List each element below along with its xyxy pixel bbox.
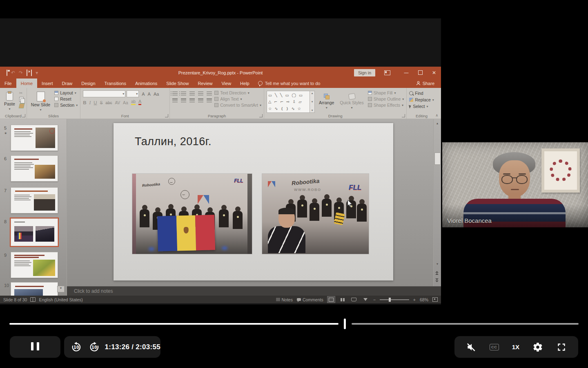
font-color-button[interactable]: A [138,99,141,105]
slideshow-view-button[interactable] [362,296,369,303]
zoom-slider[interactable] [380,299,409,300]
tab-view[interactable]: View [217,79,236,88]
new-slide-button[interactable]: New Slide ▾ [29,90,52,113]
highlight-color-button[interactable]: ab [131,99,136,105]
tab-insert[interactable]: Insert [37,79,58,88]
scroll-up-icon[interactable]: ▴ [434,121,441,125]
start-slideshow-icon[interactable] [27,70,27,75]
find-button[interactable]: Find [409,91,434,96]
decrease-indent-icon[interactable] [189,92,195,96]
tab-animations[interactable]: Animations [131,79,162,88]
arrange-button[interactable]: Arrange ▾ [317,90,336,113]
shrink-font-button[interactable]: A [148,92,151,96]
convert-smartart-button[interactable]: Convert to SmartArt▾ [214,103,261,108]
forward-10-icon[interactable]: 10 [89,341,100,353]
text-direction-button[interactable]: Text Direction▾ [214,90,261,95]
numbering-icon[interactable] [181,92,186,96]
scroll-down-icon[interactable]: ▾ [434,262,441,266]
settings-gear-icon[interactable] [532,342,543,352]
columns-icon[interactable] [207,99,212,103]
slide-sorter-view-button[interactable] [339,296,346,303]
replace-button[interactable]: Replace▾ [409,97,434,102]
normal-view-button[interactable] [327,296,335,303]
align-text-button[interactable]: Align Text▾ [214,96,261,101]
captions-icon[interactable]: CC [490,344,499,350]
zoom-slider-thumb[interactable] [389,298,391,302]
clear-formatting-button[interactable]: Aa [154,92,159,96]
touch-mode-icon[interactable] [31,70,32,75]
shape-effects-button[interactable]: Shape Effects▾ [368,103,404,108]
volume-muted-icon[interactable] [466,342,477,352]
thumbnail-slide-7[interactable]: 7 [0,187,67,214]
thumbnail-slide-6[interactable]: 6 [0,155,67,182]
zoom-level[interactable]: 68% [420,297,428,302]
tab-file[interactable]: File [0,79,16,88]
paste-button[interactable]: Paste ▾ [2,90,17,113]
ribbon-display-options-icon[interactable] [384,70,390,75]
slide-scrollbar[interactable]: ▴ ▾ [433,119,441,286]
previous-slide-icon[interactable] [435,271,439,275]
language-indicator[interactable]: English (United States) [39,297,82,302]
thumbnail-slide-5[interactable]: 5 ✶ [0,125,67,151]
bullets-icon[interactable] [172,92,178,96]
align-right-icon[interactable] [189,99,195,103]
section-button[interactable]: Section▾ [54,103,78,108]
restore-button[interactable] [413,70,427,76]
paragraph-dialog-launcher[interactable] [259,114,263,117]
thumbnail-slide-10[interactable]: 10 [0,282,67,296]
tell-me-box[interactable]: Tell me what you want to do [254,79,325,88]
rewind-10-icon[interactable]: 10 [71,341,82,353]
scrollbar-thumb[interactable] [434,153,441,165]
format-painter-icon[interactable] [19,103,25,108]
tab-help[interactable]: Help [236,79,254,88]
zoom-out-button[interactable]: − [373,297,376,302]
minimize-button[interactable]: — [399,70,413,76]
shapes-gallery-scroll[interactable]: ▴▾▾ [310,91,315,113]
justify-icon[interactable] [198,99,203,103]
quick-styles-button[interactable]: Quick Styles ▾ [338,90,365,113]
notes-pane[interactable]: Click to add notes [67,286,441,296]
qat-customize-icon[interactable]: ▾ [36,70,38,75]
shapes-gallery[interactable]: ▭ ╲ ╲ ▭ ◯ ▭ △ ⌐ ⌐ ⇨ ⇩ ▱ ☆ ∿ { } ∿ ☆ [267,91,310,113]
drawing-dialog-launcher[interactable] [402,114,405,117]
font-name-combo[interactable]: ▾ [83,90,125,97]
next-slide-icon[interactable] [435,278,439,283]
align-left-icon[interactable] [172,99,178,103]
copy-icon[interactable] [19,97,24,102]
thumbnail-slide-9[interactable]: 9 [0,252,67,279]
close-button[interactable]: ✕ [427,70,441,76]
change-case-button[interactable]: Aa [123,100,128,105]
save-icon[interactable] [7,70,7,75]
layout-button[interactable]: Layout▾ [54,90,78,95]
text-shadow-button[interactable]: abc [105,101,112,105]
font-size-combo[interactable]: ▾ [127,90,139,97]
pause-button[interactable] [10,336,60,358]
font-dialog-launcher[interactable] [165,114,168,117]
align-center-icon[interactable] [181,99,186,103]
shape-outline-button[interactable]: Shape Outline▾ [368,96,404,101]
notes-toggle[interactable]: Notes [276,297,293,302]
tab-slide-show[interactable]: Slide Show [162,79,193,88]
spellcheck-icon[interactable] [30,297,36,302]
tab-home[interactable]: Home [16,79,37,88]
character-spacing-button[interactable]: AV [115,101,120,105]
thumbnail-scroll-down-icon[interactable]: ▾ [57,286,65,292]
line-spacing-icon[interactable] [207,92,212,96]
comments-toggle[interactable]: Comments [297,297,323,302]
sign-in-button[interactable]: Sign in [354,69,375,76]
italic-button[interactable]: I [89,100,91,105]
reading-view-button[interactable] [350,296,358,303]
select-button[interactable]: Select▾ [409,104,434,109]
strikethrough-button[interactable]: S [100,101,103,105]
fit-slide-to-window-icon[interactable] [432,297,438,302]
shape-fill-button[interactable]: Shape Fill▾ [368,90,404,95]
fullscreen-icon[interactable] [556,342,567,352]
collapse-ribbon-icon[interactable]: ∧ [435,113,438,117]
zoom-in-button[interactable]: + [413,297,416,302]
increase-indent-icon[interactable] [198,92,203,96]
playback-rate-button[interactable]: 1X [512,343,519,350]
tab-draw[interactable]: Draw [58,79,77,88]
seek-bar[interactable] [0,318,588,330]
thumbnail-slide-8[interactable]: 8 [0,218,67,247]
reset-button[interactable]: Reset [54,96,78,101]
